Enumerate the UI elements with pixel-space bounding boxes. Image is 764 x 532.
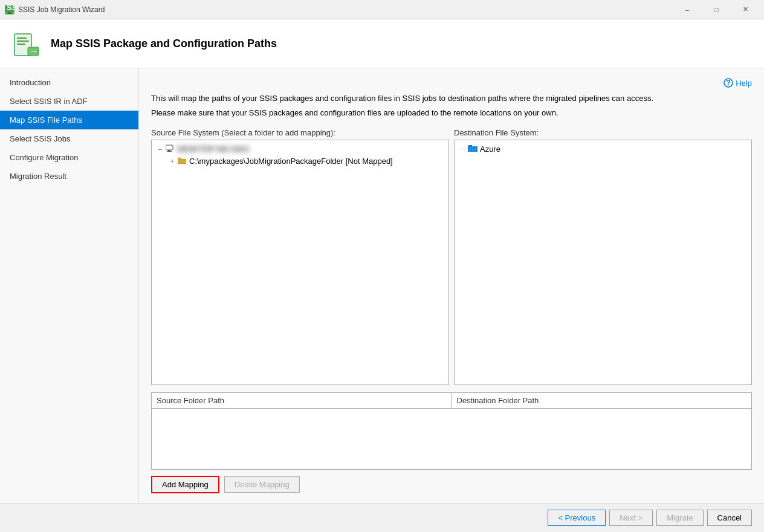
next-button[interactable]: Next > bbox=[609, 510, 653, 526]
description-line1: This will map the paths of your SSIS pac… bbox=[151, 92, 752, 105]
source-panel-label: Source File System (Select a folder to a… bbox=[151, 128, 449, 137]
source-tree[interactable]: – DESKTOP-NG-0422 bbox=[151, 140, 449, 385]
sidebar-item-configure-migration[interactable]: Configure Migration bbox=[0, 148, 138, 167]
destination-tree-root-name: Azure bbox=[480, 144, 500, 154]
child-toggle[interactable]: + bbox=[167, 157, 177, 164]
footer: < Previous Next > Migrate Cancel bbox=[0, 503, 764, 532]
computer-icon bbox=[165, 144, 175, 154]
sidebar-item-introduction[interactable]: Introduction bbox=[0, 73, 138, 92]
source-col-header: Source Folder Path bbox=[152, 393, 452, 408]
close-button[interactable]: ✕ bbox=[731, 0, 759, 19]
source-tree-child[interactable]: + C:\mypackages\JobMigrationPackageFolde… bbox=[166, 155, 446, 167]
folder-icon bbox=[177, 156, 187, 166]
sidebar-item-select-ssis-jobs[interactable]: Select SSIS Jobs bbox=[0, 129, 138, 148]
description-line2: Please make sure that your SSIS packages… bbox=[151, 107, 752, 119]
svg-rect-1 bbox=[8, 12, 11, 13]
sidebar-item-migration-result[interactable]: Migration Result bbox=[0, 167, 138, 186]
svg-text:→: → bbox=[30, 47, 37, 56]
svg-text:SSIS: SSIS bbox=[7, 5, 15, 12]
svg-rect-14 bbox=[167, 151, 172, 152]
destination-panel: Destination File System: ··· bbox=[454, 128, 752, 385]
destination-tree-root[interactable]: ··· bbox=[457, 143, 749, 155]
sidebar: Introduction Select SSIS IR in ADF Map S… bbox=[0, 68, 139, 503]
cancel-button[interactable]: Cancel bbox=[707, 510, 752, 526]
page-title: Map SSIS Package and Configuration Paths bbox=[51, 37, 277, 50]
svg-rect-5 bbox=[17, 37, 27, 39]
mapping-table-body[interactable] bbox=[152, 409, 751, 469]
sidebar-item-select-ssis-ir[interactable]: Select SSIS IR in ADF bbox=[0, 92, 138, 111]
svg-rect-7 bbox=[17, 44, 25, 45]
mapping-table-header: Source Folder Path Destination Folder Pa… bbox=[152, 393, 751, 409]
mapping-section: Source Folder Path Destination Folder Pa… bbox=[151, 392, 752, 470]
source-tree-root[interactable]: – DESKTOP-NG-0422 bbox=[154, 143, 446, 155]
source-tree-root-name: DESKTOP-NG-0422 bbox=[177, 144, 249, 154]
svg-rect-2 bbox=[7, 13, 13, 14]
sidebar-item-map-ssis-file-paths[interactable]: Map SSIS File Paths bbox=[0, 111, 138, 129]
add-mapping-button[interactable]: Add Mapping bbox=[151, 476, 219, 493]
header-icon: → bbox=[12, 29, 41, 58]
minimize-button[interactable]: – bbox=[673, 0, 701, 19]
app-icon: SSIS bbox=[5, 5, 15, 15]
dialog: → Map SSIS Package and Configuration Pat… bbox=[0, 19, 764, 532]
azure-icon bbox=[468, 144, 478, 154]
title-bar-text: SSIS Job Migration Wizard bbox=[18, 5, 673, 14]
source-panel: Source File System (Select a folder to a… bbox=[151, 128, 449, 385]
description: This will map the paths of your SSIS pac… bbox=[151, 92, 752, 121]
dest-root-toggle[interactable]: ··· bbox=[458, 146, 468, 152]
svg-text:?: ? bbox=[726, 78, 731, 87]
main-content: ? Help This will map the paths of your S… bbox=[139, 68, 764, 503]
svg-rect-12 bbox=[166, 145, 173, 150]
mapping-buttons-row: Add Mapping Delete Mapping bbox=[151, 476, 752, 493]
dest-col-header: Destination Folder Path bbox=[452, 393, 752, 408]
source-tree-child-name: C:\mypackages\JobMigrationPackageFolder … bbox=[189, 157, 393, 166]
help-row: ? Help bbox=[151, 78, 752, 88]
window-controls: – □ ✕ bbox=[673, 0, 759, 19]
help-label: Help bbox=[736, 79, 752, 88]
destination-panel-label: Destination File System: bbox=[454, 128, 752, 137]
previous-button[interactable]: < Previous bbox=[548, 510, 606, 526]
delete-mapping-button[interactable]: Delete Mapping bbox=[224, 476, 300, 493]
migrate-button[interactable]: Migrate bbox=[656, 510, 703, 526]
content-area: Introduction Select SSIS IR in ADF Map S… bbox=[0, 68, 764, 503]
svg-rect-6 bbox=[17, 41, 29, 42]
help-link[interactable]: ? Help bbox=[724, 78, 752, 88]
root-toggle[interactable]: – bbox=[155, 145, 165, 152]
title-bar: SSIS SSIS Job Migration Wizard – □ ✕ bbox=[0, 0, 764, 19]
header: → Map SSIS Package and Configuration Pat… bbox=[0, 19, 764, 68]
destination-tree[interactable]: ··· bbox=[454, 140, 752, 385]
help-icon: ? bbox=[724, 78, 733, 88]
maximize-button[interactable]: □ bbox=[702, 0, 730, 19]
svg-rect-13 bbox=[168, 150, 170, 151]
mapping-table: Source Folder Path Destination Folder Pa… bbox=[151, 392, 752, 470]
panels-row: Source File System (Select a folder to a… bbox=[151, 128, 752, 385]
